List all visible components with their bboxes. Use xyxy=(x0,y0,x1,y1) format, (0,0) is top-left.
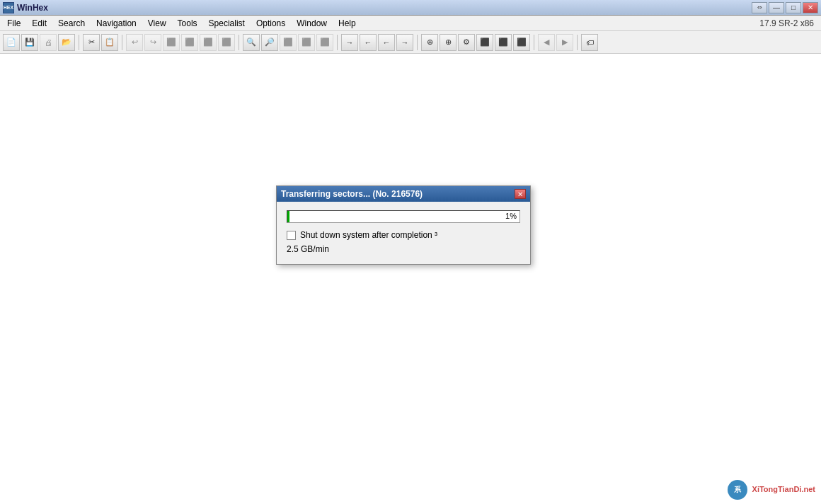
tb-nav-left2[interactable]: ← xyxy=(378,34,395,51)
tb-btn-27[interactable]: ⬛ xyxy=(513,34,530,51)
menubar: File Edit Search Navigation View Tools S… xyxy=(0,16,821,31)
toolbar: 📄 💾 🖨 📂 ✂ 📋 ↩ ↪ ⬛ ⬛ ⬛ ⬛ 🔍 🔎 ⬛ ⬛ ⬛ → ← ← … xyxy=(0,31,821,54)
menu-specialist[interactable]: Specialist xyxy=(203,17,251,30)
menu-tools[interactable]: Tools xyxy=(172,17,203,30)
toolbar-sep-5 xyxy=(417,35,418,50)
tb-next[interactable]: ▶ xyxy=(556,34,573,51)
tb-btn-16[interactable]: ⬛ xyxy=(298,34,315,51)
app-logo: HEX xyxy=(3,2,14,13)
tb-btn-17[interactable]: ⬛ xyxy=(316,34,333,51)
titlebar-left: HEX WinHex xyxy=(3,2,48,13)
close-button[interactable]: ✕ xyxy=(803,2,818,13)
toolbar-sep-3 xyxy=(239,35,239,50)
menu-options[interactable]: Options xyxy=(251,17,291,30)
dialog-close-button[interactable]: ✕ xyxy=(515,189,526,199)
menu-search[interactable]: Search xyxy=(52,17,91,30)
tb-btn-10[interactable]: ⬛ xyxy=(181,34,198,51)
dialog-content: 1% Shut down system after completion ³ 2… xyxy=(277,202,530,264)
menu-navigation[interactable]: Navigation xyxy=(91,17,142,30)
tb-new[interactable]: 📄 xyxy=(3,34,20,51)
speed-label: 2.5 GB/min xyxy=(287,244,520,254)
tb-find2[interactable]: 🔎 xyxy=(261,34,278,51)
watermark-icon: 系 xyxy=(728,480,747,500)
tb-btn-22[interactable]: ⊕ xyxy=(421,34,438,51)
transfer-dialog: Transferring sectors... (No. 216576) ✕ 1… xyxy=(276,185,531,265)
maximize-button[interactable]: □ xyxy=(786,2,801,13)
toolbar-sep-6 xyxy=(534,35,534,50)
titlebar-controls: ⇔ — □ ✕ xyxy=(752,2,818,13)
menu-window[interactable]: Window xyxy=(291,17,333,30)
menu-help[interactable]: Help xyxy=(333,17,362,30)
tb-nav-left1[interactable]: ← xyxy=(360,34,377,51)
tb-btn-5[interactable]: ✂ xyxy=(83,34,100,51)
progress-label: 1% xyxy=(505,212,517,220)
main-area: Transferring sectors... (No. 216576) ✕ 1… xyxy=(0,54,821,504)
tb-redo[interactable]: ↪ xyxy=(144,34,161,51)
progress-bar xyxy=(287,211,289,222)
dialog-titlebar: Transferring sectors... (No. 216576) ✕ xyxy=(277,186,530,202)
tb-nav-right2[interactable]: → xyxy=(396,34,413,51)
menu-edit[interactable]: Edit xyxy=(26,17,52,30)
tb-btn-24[interactable]: ⚙ xyxy=(458,34,475,51)
watermark-text: XiTongTianDi.net xyxy=(752,485,815,493)
dialog-title: Transferring sectors... (No. 216576) xyxy=(281,189,423,199)
tb-btn-25[interactable]: ⬛ xyxy=(476,34,493,51)
tb-btn-26[interactable]: ⬛ xyxy=(495,34,512,51)
tb-open[interactable]: 📂 xyxy=(58,34,75,51)
menu-file[interactable]: File xyxy=(1,17,26,30)
tb-tag[interactable]: 🏷 xyxy=(581,34,598,51)
tb-btn-11[interactable]: ⬛ xyxy=(200,34,217,51)
tb-btn-15[interactable]: ⬛ xyxy=(280,34,297,51)
progress-bar-container: 1% xyxy=(287,210,520,223)
app-title: WinHex xyxy=(17,3,48,13)
shutdown-checkbox[interactable] xyxy=(287,231,296,240)
toolbar-sep-7 xyxy=(577,35,578,50)
tb-btn-6[interactable]: 📋 xyxy=(101,34,118,51)
resize-icon-btn[interactable]: ⇔ xyxy=(752,2,767,13)
tb-btn-9[interactable]: ⬛ xyxy=(163,34,180,51)
toolbar-sep-2 xyxy=(122,35,122,50)
watermark: 系 XiTongTianDi.net xyxy=(725,479,819,501)
tb-print[interactable]: 🖨 xyxy=(40,34,57,51)
tb-find[interactable]: 🔍 xyxy=(243,34,260,51)
minimize-button[interactable]: — xyxy=(769,2,784,13)
tb-save[interactable]: 💾 xyxy=(21,34,38,51)
toolbar-sep-1 xyxy=(79,35,79,50)
tb-btn-12[interactable]: ⬛ xyxy=(218,34,235,51)
toolbar-sep-4 xyxy=(337,35,338,50)
tb-undo[interactable]: ↩ xyxy=(126,34,143,51)
version-info: 17.9 SR-2 x86 xyxy=(759,18,820,28)
tb-btn-23[interactable]: ⊕ xyxy=(440,34,457,51)
tb-prev[interactable]: ◀ xyxy=(538,34,555,51)
menu-view[interactable]: View xyxy=(142,17,172,30)
tb-nav-right[interactable]: → xyxy=(341,34,358,51)
shutdown-label: Shut down system after completion ³ xyxy=(300,230,437,240)
shutdown-row: Shut down system after completion ³ xyxy=(287,230,520,240)
titlebar: HEX WinHex ⇔ — □ ✕ xyxy=(0,0,821,16)
